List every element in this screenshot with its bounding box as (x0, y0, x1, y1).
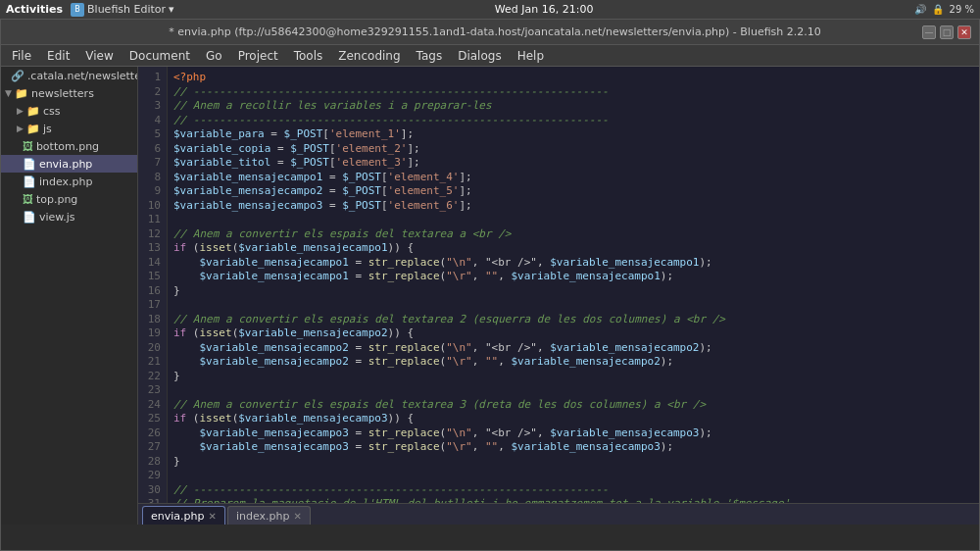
code-line-30: // -------------------------------------… (173, 483, 973, 498)
tab-index-php[interactable]: index.php✕ (227, 506, 311, 525)
file-spacer (17, 159, 20, 169)
file-icon-bottom.png: 🖼 (23, 140, 33, 153)
line-number-30: 30 (142, 483, 161, 498)
line-number-27: 27 (142, 440, 161, 455)
code-line-15: $variable_mensajecampo1 = str_replace("\… (173, 270, 973, 284)
line-number-8: 8 (142, 171, 161, 185)
tab-envia-php[interactable]: envia.php✕ (142, 506, 225, 525)
clock: Wed Jan 16, 21:00 (495, 3, 594, 16)
app-name-label: Bluefish Editor (87, 3, 166, 16)
editor-tabs: envia.php✕index.php✕ (138, 503, 979, 525)
menu-go[interactable]: Go (199, 47, 229, 65)
line-number-9: 9 (142, 184, 161, 199)
sidebar-item-css[interactable]: ▶📁css (1, 102, 137, 120)
sidebar-label: newsletters (31, 87, 94, 100)
file-icon-css: 📁 (26, 105, 40, 118)
sidebar-item--catala-net-newsletters[interactable]: 🔗.catala.net/newsletters (1, 67, 137, 84)
sidebar-item-view-js[interactable]: 📄view.js (1, 208, 137, 225)
line-number-24: 24 (142, 398, 161, 413)
sidebar-item-index-php[interactable]: 📄index.php (1, 173, 137, 190)
menu-edit[interactable]: Edit (40, 47, 76, 65)
menu-file[interactable]: File (5, 47, 38, 65)
menu-bar: FileEditViewDocumentGoProjectToolsZencod… (1, 45, 979, 67)
code-line-5: $variable_para = $_POST['element_1']; (173, 127, 973, 142)
code-container[interactable]: 1234567891011121314151617181920212223242… (138, 67, 979, 503)
activities-button[interactable]: Activities (6, 3, 63, 16)
menu-tags[interactable]: Tags (410, 47, 450, 65)
app-dropdown-icon[interactable]: ▾ (169, 3, 174, 16)
sidebar-item-envia-php[interactable]: 📄envia.php (1, 155, 137, 173)
sidebar-item-bottom-png[interactable]: 🖼bottom.png (1, 137, 137, 155)
code-line-18: // Anem a convertir els espais del texta… (173, 313, 973, 327)
window-controls: — □ ✕ (922, 25, 971, 39)
line-number-14: 14 (142, 256, 161, 271)
sidebar-item-js[interactable]: ▶📁js (1, 120, 137, 137)
line-number-4: 4 (142, 114, 161, 128)
tab-close-button[interactable]: ✕ (293, 511, 301, 522)
menu-view[interactable]: View (78, 47, 120, 65)
menu-zencoding[interactable]: Zencoding (331, 47, 407, 65)
folder-arrow: ▶ (17, 124, 24, 133)
line-number-12: 12 (142, 227, 161, 242)
file-spacer (17, 141, 20, 151)
volume-icon[interactable]: 🔊 (914, 4, 926, 15)
line-number-23: 23 (142, 383, 161, 398)
code-line-27: $variable_mensajecampo3 = str_replace("\… (173, 440, 973, 455)
file-spacer (5, 71, 8, 80)
line-number-19: 19 (142, 326, 161, 341)
code-line-23 (173, 383, 973, 398)
tab-close-button[interactable]: ✕ (208, 511, 216, 522)
sys-icons: 🔊 🔒 29 % (914, 4, 974, 15)
file-icon-.catala.net/newsletters: 🔗 (11, 70, 24, 82)
content-area: 🔗.catala.net/newsletters▼📁newsletters▶📁c… (1, 67, 979, 525)
sidebar-label: js (43, 123, 52, 135)
code-line-29 (173, 469, 973, 483)
file-icon-envia.php: 📄 (23, 158, 36, 171)
code-line-17 (173, 298, 973, 313)
code-line-7: $variable_titol = $_POST['element_3']; (173, 156, 973, 171)
code-line-8: $variable_mensajecampo1 = $_POST['elemen… (173, 171, 973, 185)
code-line-26: $variable_mensajecampo3 = str_replace("\… (173, 426, 973, 441)
line-number-21: 21 (142, 355, 161, 370)
editor-area: 1234567891011121314151617181920212223242… (138, 67, 979, 525)
line-number-26: 26 (142, 426, 161, 441)
sidebar-label: view.js (39, 211, 75, 224)
code-content[interactable]: <?php // -------------------------------… (168, 67, 979, 503)
folder-arrow: ▼ (5, 88, 12, 98)
line-number-2: 2 (142, 85, 161, 100)
maximize-button[interactable]: □ (940, 25, 954, 39)
line-number-7: 7 (142, 156, 161, 171)
sidebar-item-newsletters[interactable]: ▼📁newsletters (1, 84, 137, 102)
line-number-10: 10 (142, 199, 161, 214)
line-number-29: 29 (142, 469, 161, 483)
main-window: * envia.php (ftp://u58642300@home3292911… (0, 19, 980, 551)
code-line-28: } (173, 455, 973, 470)
line-numbers: 1234567891011121314151617181920212223242… (138, 67, 168, 503)
menu-tools[interactable]: Tools (287, 47, 330, 65)
sidebar-label: index.php (39, 175, 93, 188)
tab-label: index.php (236, 510, 290, 523)
code-line-11 (173, 213, 973, 227)
file-icon-top.png: 🖼 (23, 193, 33, 206)
line-number-22: 22 (142, 370, 161, 384)
menu-help[interactable]: Help (511, 47, 551, 65)
file-spacer (17, 176, 20, 186)
menu-document[interactable]: Document (122, 47, 197, 65)
sidebar-label: .catala.net/newsletters (27, 70, 138, 82)
line-number-25: 25 (142, 412, 161, 426)
code-line-24: // Anem a convertir els espais del texta… (173, 398, 973, 413)
code-line-1: <?php (173, 71, 973, 85)
close-button[interactable]: ✕ (957, 25, 971, 39)
menu-dialogs[interactable]: Dialogs (451, 47, 508, 65)
line-number-16: 16 (142, 284, 161, 299)
code-line-25: if (isset($variable_mensajecampo3)) { (173, 412, 973, 426)
menu-project[interactable]: Project (231, 47, 285, 65)
lock-icon[interactable]: 🔒 (932, 4, 944, 15)
window-title: * envia.php (ftp://u58642300@home3292911… (68, 25, 922, 38)
code-line-20: $variable_mensajecampo2 = str_replace("\… (173, 341, 973, 356)
code-line-21: $variable_mensajecampo2 = str_replace("\… (173, 355, 973, 370)
app-name-button[interactable]: B Bluefish Editor ▾ (71, 3, 174, 17)
sidebar-item-top-png[interactable]: 🖼top.png (1, 190, 137, 208)
minimize-button[interactable]: — (922, 25, 936, 39)
file-tree: 🔗.catala.net/newsletters▼📁newsletters▶📁c… (1, 67, 138, 525)
